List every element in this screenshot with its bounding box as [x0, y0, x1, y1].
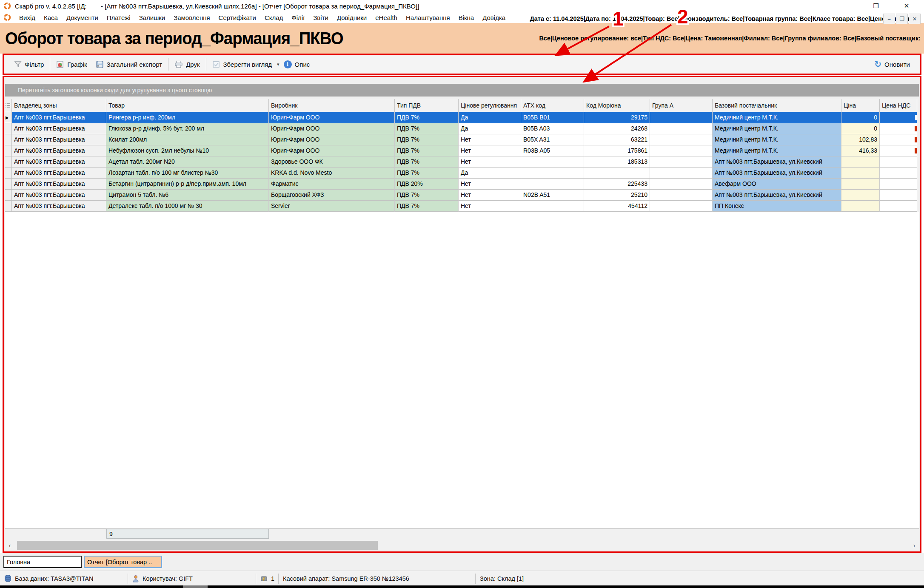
cell[interactable]: Апт №003 пгт.Барышевка — [12, 168, 106, 179]
group-by-bar[interactable]: Перетягніть заголовок колонки сюди для у… — [5, 84, 919, 97]
cell[interactable]: B05X A31 — [521, 134, 584, 145]
cell[interactable]: ПДВ 20% — [395, 179, 459, 190]
cell[interactable] — [650, 156, 713, 168]
cell[interactable]: ПДВ 7% — [395, 123, 459, 134]
horizontal-scrollbar[interactable]: ‹ › — [5, 540, 919, 550]
cell[interactable]: Апт №003 пгт.Барышевка — [12, 179, 106, 190]
cell[interactable]: 225433 — [584, 179, 650, 190]
table-row[interactable]: Апт №003 пгт.БарышевкаДетралекс табл. п/… — [5, 201, 919, 212]
scroll-right-arrow-icon[interactable]: › — [910, 540, 919, 550]
menu-item-склад[interactable]: Склад — [260, 14, 287, 21]
cell[interactable]: Апт №003 пгт.Барышевка — [12, 123, 106, 134]
column-header[interactable]: Базовий постачальник — [713, 99, 841, 112]
cell[interactable]: Да — [459, 123, 521, 134]
cell[interactable] — [880, 123, 917, 134]
menu-item-каса[interactable]: Каса — [40, 14, 62, 21]
cell[interactable]: Апт №003 пгт.Барышевка — [12, 201, 106, 212]
cell[interactable]: Нет — [459, 156, 521, 168]
cell[interactable]: ПДВ 7% — [395, 168, 459, 179]
table-row[interactable]: Апт №003 пгт.БарышевкаЛозартан табл. п/о… — [5, 168, 919, 179]
cell[interactable] — [841, 179, 880, 190]
menu-item-вихід[interactable]: Вихід — [15, 14, 40, 21]
cell[interactable]: Медичний центр М.Т.К. — [713, 145, 841, 156]
cell[interactable] — [880, 134, 917, 145]
cell[interactable]: Servier — [269, 201, 395, 212]
menu-item-платежі[interactable]: Платежі — [103, 14, 135, 21]
mdi-minimize-button[interactable]: – — [883, 14, 895, 24]
cell[interactable]: Апт №003 пгт.Барышевка, ул.Киевский — [713, 190, 841, 201]
table-row[interactable]: Апт №003 пгт.БарышевкаНебуфлюзон сусп. 2… — [5, 145, 919, 156]
cell[interactable]: 454112 — [584, 201, 650, 212]
cell[interactable]: Рингера р-р инф. 200мл — [106, 112, 269, 123]
menu-item-звіти[interactable]: Звіти — [309, 14, 333, 21]
column-header[interactable]: Група А — [650, 99, 713, 112]
cell[interactable] — [880, 190, 917, 201]
cell[interactable]: 102,83 — [841, 134, 880, 145]
mdi-close-button[interactable]: ✕ — [909, 14, 921, 24]
cell[interactable] — [650, 179, 713, 190]
description-button[interactable]: i Опис — [279, 57, 314, 71]
cell[interactable]: 0 — [841, 112, 880, 123]
column-chooser-icon[interactable] — [5, 99, 12, 112]
column-header[interactable]: Код Моріона — [584, 99, 650, 112]
cell[interactable] — [650, 145, 713, 156]
cell[interactable]: Апт №003 пгт.Барышевка — [12, 145, 106, 156]
cell[interactable]: ПДВ 7% — [395, 134, 459, 145]
filter-button[interactable]: Фільтр — [10, 57, 48, 71]
cell[interactable]: Нет — [459, 179, 521, 190]
menu-item-залишки[interactable]: Залишки — [135, 14, 170, 21]
cell[interactable]: Нет — [459, 201, 521, 212]
cell[interactable] — [650, 190, 713, 201]
cell[interactable] — [880, 145, 917, 156]
menu-item-ehealth[interactable]: eHealth — [371, 14, 402, 21]
cell[interactable] — [841, 168, 880, 179]
cell[interactable]: ПДВ 7% — [395, 145, 459, 156]
cell[interactable] — [880, 201, 917, 212]
cell[interactable] — [841, 156, 880, 168]
cell[interactable]: Глюкоза р-р д/инф. 5% бут. 200 мл — [106, 123, 269, 134]
menu-item-довідники[interactable]: Довідники — [333, 14, 371, 21]
table-row[interactable]: Апт №003 пгт.БарышевкаАцетал табл. 200мг… — [5, 156, 919, 168]
cell[interactable]: Апт №003 пгт.Барышевка — [12, 134, 106, 145]
cell[interactable]: B05B B01 — [521, 112, 584, 123]
cell[interactable] — [880, 156, 917, 168]
table-row[interactable]: Апт №003 пгт.БарышевкаГлюкоза р-р д/инф.… — [5, 123, 919, 134]
menu-item-налаштування[interactable]: Налаштування — [402, 14, 454, 21]
cell[interactable]: ПДВ 7% — [395, 201, 459, 212]
table-row[interactable]: ▶Апт №003 пгт.БарышевкаРингера р-р инф. … — [5, 112, 919, 123]
cell[interactable] — [650, 112, 713, 123]
cell[interactable]: Апт №003 пгт.Барышевка — [12, 190, 106, 201]
cell[interactable] — [650, 123, 713, 134]
cell[interactable]: Апт №003 пгт.Барышевка — [12, 156, 106, 168]
cell[interactable]: 185313 — [584, 156, 650, 168]
cell[interactable]: Небуфлюзон сусп. 2мл небулы №10 — [106, 145, 269, 156]
menu-item-сертифікати[interactable]: Сертифікати — [214, 14, 260, 21]
cell[interactable]: Да — [459, 168, 521, 179]
table-row[interactable]: Апт №003 пгт.БарышевкаКсилат 200млЮрия-Ф… — [5, 134, 919, 145]
tab-holovna[interactable]: Головна — [3, 556, 82, 568]
cell[interactable] — [880, 179, 917, 190]
cell[interactable]: Фарматис — [269, 179, 395, 190]
cell[interactable]: Авефарм ООО — [713, 179, 841, 190]
tab-report[interactable]: Отчет [Оборот товар .. — [84, 556, 162, 568]
column-header[interactable]: Виробник — [269, 99, 395, 112]
cell[interactable]: N02B A51 — [521, 190, 584, 201]
menu-item-філії[interactable]: Філії — [287, 14, 309, 21]
save-view-button[interactable]: Зберегти вигляд — [208, 57, 277, 71]
cell[interactable] — [521, 179, 584, 190]
menu-item-вікна[interactable]: Вікна — [454, 14, 479, 21]
cell[interactable]: ПДВ 7% — [395, 190, 459, 201]
column-header[interactable]: Ціна — [841, 99, 880, 112]
cell[interactable]: R03B A05 — [521, 145, 584, 156]
cell[interactable] — [880, 112, 917, 123]
cell[interactable]: Юрия-Фарм ООО — [269, 123, 395, 134]
cell[interactable]: Бетаргин (цитраргинин) р-р д/пер.прим.ам… — [106, 179, 269, 190]
cell[interactable] — [650, 168, 713, 179]
cell[interactable] — [841, 190, 880, 201]
cell[interactable]: Нет — [459, 145, 521, 156]
cell[interactable]: B05B A03 — [521, 123, 584, 134]
scroll-left-arrow-icon[interactable]: ‹ — [5, 540, 14, 550]
cell[interactable]: 29175 — [584, 112, 650, 123]
menu-item-замовлення[interactable]: Замовлення — [169, 14, 214, 21]
cell[interactable]: Борщаговский ХФЗ — [269, 190, 395, 201]
